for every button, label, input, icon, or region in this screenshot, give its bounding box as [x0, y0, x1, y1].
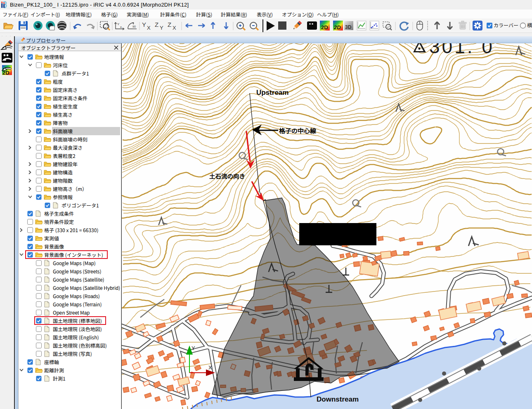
svg-text:横: 横 — [527, 21, 532, 29]
svg-text:301. 0: 301. 0 — [429, 43, 494, 57]
svg-text:Y: Y — [160, 25, 163, 31]
svg-text:X: X — [147, 25, 151, 31]
svg-text:カラーバー: カラーバー — [494, 21, 518, 28]
svg-text:Y: Y — [142, 21, 146, 28]
svg-text:格子の中心線: 格子の中心線 — [279, 126, 317, 135]
svg-text:90: 90 — [132, 25, 136, 28]
svg-text:土石流の向き: 土石流の向き — [209, 172, 245, 180]
svg-text:X: X — [173, 25, 176, 31]
svg-text:2D: 2D — [333, 24, 341, 31]
svg-text:Y: Y — [117, 22, 120, 26]
svg-text:2D: 2D — [321, 24, 328, 31]
svg-text:X: X — [208, 364, 212, 371]
svg-text:Z: Z — [155, 21, 158, 28]
svg-text:Z: Z — [168, 21, 171, 28]
svg-text:x: x — [120, 25, 122, 29]
svg-text:Upstream: Upstream — [256, 89, 288, 96]
svg-text:Downstream: Downstream — [317, 395, 359, 403]
svg-text:Y: Y — [192, 345, 195, 351]
svg-text:3D: 3D — [345, 24, 352, 30]
